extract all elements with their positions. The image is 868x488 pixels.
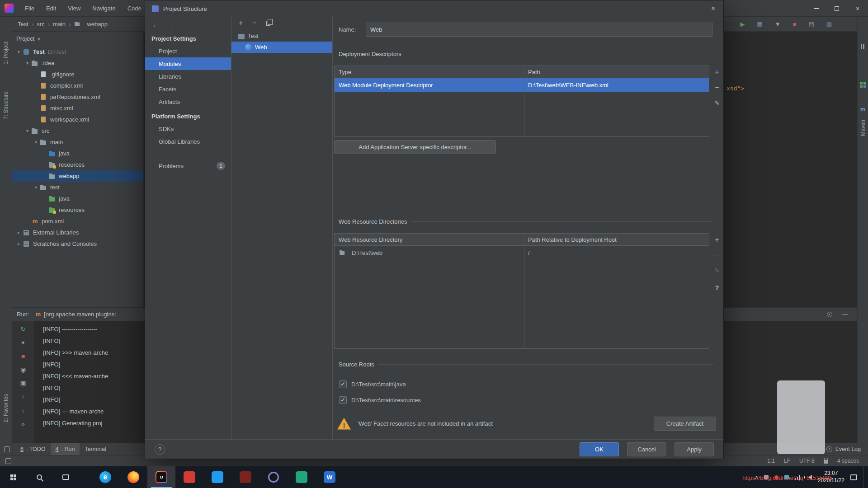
- add-module-button[interactable]: [239, 19, 243, 27]
- sidebar-item-global-libraries[interactable]: Global Libraries: [145, 135, 231, 148]
- stop-icon[interactable]: ■: [21, 352, 25, 361]
- down-icon[interactable]: ↓: [22, 406, 25, 415]
- module-item-web[interactable]: Web: [231, 42, 332, 53]
- chevron-icon[interactable]: ▸: [15, 241, 23, 246]
- create-artifact-button[interactable]: Create Artifact: [654, 417, 716, 431]
- tree-item-gitignore[interactable]: .gitignore: [12, 69, 143, 80]
- show-desktop-button[interactable]: [863, 466, 865, 488]
- edge-icon[interactable]: e: [91, 466, 119, 488]
- tree-item-test[interactable]: ▾test: [12, 182, 143, 193]
- tree-item-scratches-and-consoles[interactable]: ▸Scratches and Consoles: [12, 238, 143, 249]
- tree-item-webapp[interactable]: webapp: [12, 170, 143, 182]
- tool-window-1-project[interactable]: 1: Project: [3, 42, 9, 65]
- chevron-icon[interactable]: ▾: [32, 140, 40, 145]
- maximize-button[interactable]: [826, 0, 847, 17]
- vscode-icon[interactable]: [203, 466, 231, 488]
- project-panel-header[interactable]: Project: [12, 32, 143, 45]
- hide-panel-icon[interactable]: —: [842, 311, 848, 318]
- console-scrollbar-thumb[interactable]: [777, 380, 825, 454]
- chevron-icon[interactable]: ▸: [15, 230, 23, 235]
- event-log-button[interactable]: Event Log: [826, 446, 868, 452]
- tree-item-workspace-xml[interactable]: workspace.xml: [12, 114, 143, 125]
- chevron-icon[interactable]: ▾: [15, 49, 23, 54]
- edit-descriptor-button[interactable]: [714, 99, 720, 107]
- status-indent[interactable]: 4 spaces: [837, 458, 859, 464]
- close-button[interactable]: ×: [847, 0, 868, 17]
- hide-windows-icon[interactable]: [861, 44, 862, 49]
- search-icon[interactable]: ▥: [826, 21, 832, 28]
- tree-item-idea[interactable]: ▾.idea: [12, 57, 143, 69]
- tool-window-7-structure[interactable]: 7: Structure: [3, 91, 9, 119]
- tool-windows-icon[interactable]: [4, 446, 10, 452]
- sidebar-item-facets[interactable]: Facets: [145, 83, 231, 95]
- menu-code[interactable]: Code: [122, 0, 147, 16]
- menu-edit[interactable]: Edit: [40, 0, 62, 16]
- chevron-icon[interactable]: ▾: [24, 61, 31, 66]
- tool-window-maven[interactable]: Maven: [860, 120, 866, 136]
- chevron-icon[interactable]: ▾: [32, 185, 40, 190]
- collapse-icon[interactable]: ▾: [21, 338, 24, 347]
- module-item-test[interactable]: Test: [231, 30, 332, 42]
- sidebar-item-problems[interactable]: Problems1: [145, 160, 231, 172]
- editor-area[interactable]: xsd">: [724, 32, 857, 307]
- module-name-input[interactable]: [366, 23, 712, 37]
- tree-item-pom-xml[interactable]: mpom.xml: [12, 216, 143, 227]
- breadcrumb-item-src[interactable]: src: [37, 21, 44, 28]
- add-resource-dir-button[interactable]: [715, 235, 719, 244]
- lock-icon[interactable]: [824, 460, 828, 464]
- sidebar-item-modules[interactable]: Modules: [145, 57, 231, 70]
- settings-gear-icon[interactable]: [827, 312, 832, 317]
- breadcrumb-item-test[interactable]: Test: [18, 21, 28, 28]
- intellij-icon[interactable]: IJ: [147, 466, 175, 488]
- stop-icon[interactable]: ■: [793, 21, 797, 28]
- tree-item-jarrepositories-xml[interactable]: jarRepositories.xml: [12, 91, 143, 103]
- checkbox[interactable]: ✓: [339, 380, 347, 388]
- edit-resource-dir-button[interactable]: [714, 266, 720, 275]
- w-app-icon[interactable]: W: [316, 466, 344, 488]
- tab-run[interactable]: 4: Run: [51, 443, 80, 455]
- rerun-icon[interactable]: ↻: [20, 324, 26, 333]
- table-row[interactable]: D:\Test\web/: [335, 246, 709, 259]
- red-app-icon[interactable]: [175, 466, 203, 488]
- dialog-title-bar[interactable]: Project Structure ×: [145, 0, 723, 17]
- tool-window-2-favorites[interactable]: 2: Favorites: [3, 394, 9, 422]
- menu-file[interactable]: File: [19, 0, 40, 16]
- sidebar-item-sdks[interactable]: SDKs: [145, 122, 231, 135]
- tool-window-switcher-icon[interactable]: [5, 458, 11, 464]
- dark-app-icon[interactable]: [231, 466, 259, 488]
- cancel-button[interactable]: Cancel: [627, 442, 666, 456]
- tree-item-main[interactable]: ▾main: [12, 136, 143, 148]
- menu-navigate[interactable]: Navigate: [86, 0, 121, 16]
- search-button[interactable]: [26, 466, 52, 488]
- ok-button[interactable]: OK: [580, 442, 619, 456]
- add-descriptor-button[interactable]: [715, 68, 719, 76]
- back-button[interactable]: [152, 21, 159, 28]
- sidebar-item-artifacts[interactable]: Artifacts: [145, 95, 231, 108]
- breadcrumb-item-main[interactable]: main: [53, 21, 66, 28]
- help-button[interactable]: ?: [155, 444, 165, 455]
- remove-descriptor-button[interactable]: [715, 83, 719, 92]
- tree-item-java[interactable]: java: [12, 148, 143, 159]
- camera-icon[interactable]: ▣: [20, 379, 26, 388]
- tree-item-java[interactable]: java: [12, 193, 143, 204]
- forward-button[interactable]: [168, 21, 174, 28]
- database-icon[interactable]: [860, 82, 863, 84]
- tab-todo[interactable]: 6: TODO: [15, 443, 51, 455]
- sidebar-item-libraries[interactable]: Libraries: [145, 70, 231, 83]
- status-utf-8[interactable]: UTF-8: [799, 458, 815, 464]
- green-app-icon[interactable]: [288, 466, 316, 488]
- tree-item-misc-xml[interactable]: misc.xml: [12, 103, 143, 114]
- table-row[interactable]: Web Module Deployment DescriptorD:\Test\…: [335, 78, 709, 92]
- add-app-server-descriptor-button[interactable]: Add Application Server specific descript…: [334, 140, 496, 154]
- tree-item-resources[interactable]: resources: [12, 159, 143, 170]
- run-icon[interactable]: ▶: [740, 21, 745, 28]
- status-1-1[interactable]: 1:1: [767, 458, 775, 464]
- console-output[interactable]: [INFO] ------------------[INFO][INFO] >>…: [34, 321, 108, 443]
- tree-item-test[interactable]: ▾TestD:\Test: [12, 46, 143, 57]
- eye-icon[interactable]: ◉: [20, 365, 26, 374]
- run-tab[interactable]: m [org.apache.maven.plugins:: [35, 311, 116, 318]
- firefox-icon[interactable]: [119, 466, 147, 488]
- more-icon[interactable]: »: [21, 419, 25, 428]
- tree-item-src[interactable]: ▾src: [12, 125, 143, 136]
- ring-app-icon[interactable]: [259, 466, 288, 488]
